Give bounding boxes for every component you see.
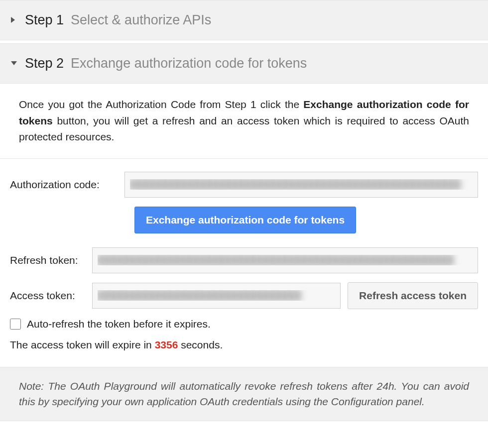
auto-refresh-row: Auto-refresh the token before it expires…: [10, 318, 478, 330]
auto-refresh-checkbox[interactable]: [10, 319, 21, 330]
step2-intro: Once you got the Authorization Code from…: [0, 84, 488, 159]
authorization-code-input[interactable]: [124, 172, 478, 198]
authorization-code-label: Authorization code:: [10, 179, 124, 191]
authorization-code-row: Authorization code:: [10, 172, 478, 198]
access-token-row: Access token: Refresh access token: [10, 282, 478, 309]
step2-header[interactable]: Step 2 Exchange authorization code for t…: [0, 43, 488, 84]
chevron-right-icon: [11, 16, 18, 24]
step1-description: Select & authorize APIs: [71, 12, 211, 28]
step2-description: Exchange authorization code for tokens: [71, 56, 307, 71]
exchange-authorization-code-button[interactable]: Exchange authorization code for tokens: [134, 207, 356, 233]
exchange-button-row: Exchange authorization code for tokens: [134, 207, 478, 233]
intro-text-prefix: Once you got the Authorization Code from…: [19, 99, 303, 110]
access-token-label: Access token:: [10, 290, 92, 302]
access-token-input[interactable]: [92, 283, 341, 309]
note-panel: Note: The OAuth Playground will automati…: [0, 367, 488, 421]
auto-refresh-label: Auto-refresh the token before it expires…: [27, 318, 211, 330]
refresh-token-row: Refresh token:: [10, 247, 478, 273]
refresh-token-label: Refresh token:: [10, 254, 92, 266]
step2-form: Authorization code: Exchange authorizati…: [0, 159, 488, 367]
step1-header[interactable]: Step 1 Select & authorize APIs: [0, 0, 488, 40]
chevron-down-icon: [11, 60, 18, 68]
expire-suffix: seconds.: [178, 339, 223, 350]
step1-label: Step 1: [25, 12, 64, 28]
expire-line: The access token will expire in 3356 sec…: [10, 339, 478, 351]
intro-text-suffix: button, you will get a refresh and an ac…: [19, 115, 469, 143]
expire-prefix: The access token will expire in: [10, 339, 155, 350]
step2-label: Step 2: [25, 56, 64, 71]
refresh-token-input[interactable]: [92, 247, 478, 273]
refresh-access-token-button[interactable]: Refresh access token: [348, 282, 478, 309]
expire-seconds: 3356: [155, 339, 178, 350]
note-text: Note: The OAuth Playground will automati…: [19, 380, 469, 408]
